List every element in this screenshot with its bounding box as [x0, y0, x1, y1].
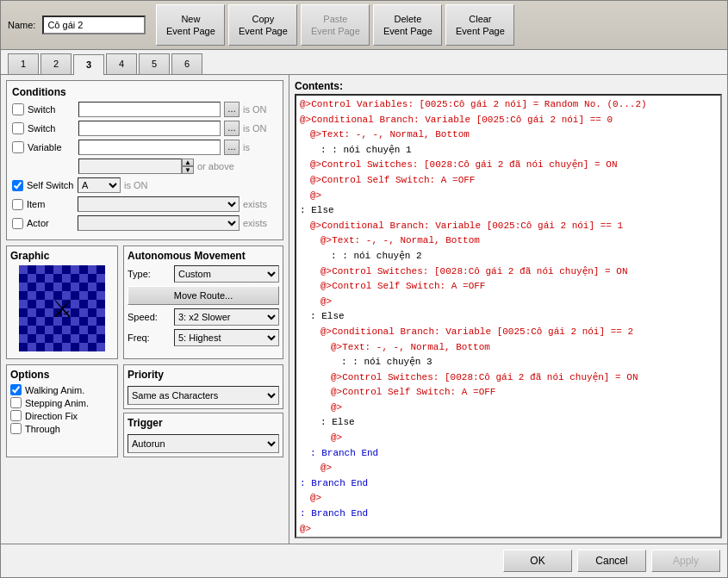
move-route-button[interactable]: Move Route...: [128, 286, 279, 305]
tab-2[interactable]: 2: [40, 53, 72, 74]
page-tabs: 1 2 3 4 5 6: [1, 50, 727, 75]
content-text: : Else: [310, 311, 345, 321]
variable-browse-button[interactable]: …: [224, 140, 240, 155]
num-value-input[interactable]: [78, 158, 182, 174]
event-editor-window: Name: NewEvent Page CopyEvent Page Paste…: [0, 0, 728, 578]
ok-button[interactable]: OK: [503, 550, 572, 572]
or-above-label: or above: [197, 161, 234, 171]
switch1-browse-button[interactable]: …: [224, 102, 240, 117]
stepping-anim-checkbox[interactable]: [10, 397, 22, 408]
trigger-box: Trigger Action ButtonPlayer TouchEvent T…: [123, 413, 283, 457]
content-text: : Branch End: [300, 478, 368, 488]
contents-area[interactable]: @>Control Variables: [0025:Cô gái 2 nói]…: [295, 94, 722, 538]
copy-event-page-button[interactable]: CopyEvent Page: [228, 4, 297, 46]
content-text: @>Control Switches: [0028:Cô gái 2 đã nó…: [310, 159, 617, 170]
character-sprite: ⚔: [52, 295, 73, 323]
right-panel: Contents: @>Control Variables: [0025:Cô …: [289, 75, 727, 544]
switch2-checkbox[interactable]: [12, 122, 24, 134]
auto-speed-select[interactable]: 1: x8 Slower2: x4 Slower3: x2 Slower4: N…: [174, 308, 279, 326]
auto-speed-label: Speed:: [128, 312, 171, 322]
num-up-arrow[interactable]: ▲: [182, 158, 194, 166]
self-switch-select[interactable]: ABCD: [78, 177, 121, 193]
num-spinner: ▲ ▼: [182, 158, 194, 174]
toolbar-buttons: NewEvent Page CopyEvent Page PasteEvent …: [156, 4, 514, 46]
delete-event-page-button[interactable]: DeleteEvent Page: [373, 4, 442, 46]
actor-checkbox[interactable]: [12, 218, 23, 229]
tab-6[interactable]: 6: [171, 53, 202, 74]
option-walking-row: Walking Anim.: [10, 384, 114, 395]
actor-suffix: exists: [243, 218, 277, 228]
options-priority-row: Options Walking Anim. Stepping Anim. Dir…: [6, 364, 283, 457]
condition-switch1-row: Switch … is ON: [12, 102, 277, 117]
cancel-button[interactable]: Cancel: [577, 550, 646, 572]
condition-switch2-row: Switch … is ON: [12, 121, 277, 136]
condition-num-row: ▲ ▼ or above: [12, 158, 277, 174]
actor-label: Actor: [27, 218, 74, 228]
main-content: Conditions Switch … is ON Switch … is ON: [1, 75, 727, 544]
auto-freq-row: Freq: 1: Lowest2: Lower3: Normal4: Highe…: [128, 329, 279, 346]
condition-variable-row: Variable … is: [12, 140, 277, 155]
graphic-preview[interactable]: ⚔: [19, 265, 105, 351]
conditions-title: Conditions: [12, 86, 277, 98]
autonomous-box: Autonomous Movement Type: FixedRandomApp…: [123, 245, 283, 359]
tab-5[interactable]: 5: [139, 53, 170, 74]
content-text: @>: [331, 432, 342, 443]
item-checkbox[interactable]: [12, 199, 23, 210]
priority-trigger-box: Priority Below CharactersSame as Charact…: [123, 364, 283, 457]
content-text: : Branch End: [300, 508, 368, 519]
item-suffix: exists: [243, 199, 277, 209]
content-text: @>Conditional Branch: Variable [0025:Cô …: [300, 115, 613, 125]
variable-suffix: is: [243, 142, 277, 152]
switch1-checkbox[interactable]: [12, 103, 24, 115]
content-text: @>: [310, 190, 321, 201]
through-checkbox[interactable]: [10, 423, 22, 434]
clear-event-page-button[interactable]: ClearEvent Page: [445, 4, 514, 46]
self-switch-label: Self Switch: [27, 180, 74, 190]
options-title: Options: [10, 369, 114, 381]
content-text: : : nói chuyện 1: [320, 145, 412, 155]
footer: OK Cancel Apply: [1, 544, 727, 577]
num-down-arrow[interactable]: ▼: [182, 166, 194, 174]
trigger-title: Trigger: [128, 417, 279, 429]
direction-fix-checkbox[interactable]: [10, 410, 22, 421]
content-text: : Else: [320, 417, 355, 427]
auto-freq-select[interactable]: 1: Lowest2: Lower3: Normal4: Higher5: Hi…: [174, 329, 279, 346]
priority-select[interactable]: Below CharactersSame as CharactersAbove …: [128, 386, 279, 405]
variable-checkbox[interactable]: [12, 141, 24, 153]
self-switch-checkbox[interactable]: [12, 180, 23, 191]
tab-4[interactable]: 4: [106, 53, 137, 74]
apply-button[interactable]: Apply: [651, 550, 720, 572]
left-panel: Conditions Switch … is ON Switch … is ON: [1, 75, 289, 544]
content-text: @>Text: -, -, Normal, Bottom: [310, 129, 470, 140]
self-switch-suffix: is ON: [124, 180, 159, 190]
direction-fix-label: Direction Fix: [25, 411, 78, 421]
switch1-suffix: is ON: [243, 104, 277, 115]
switch1-input[interactable]: [78, 102, 221, 117]
auto-type-select[interactable]: FixedRandomApproachCustom: [174, 265, 279, 283]
content-text: : Branch End: [310, 448, 378, 458]
new-event-page-button[interactable]: NewEvent Page: [156, 4, 225, 46]
content-text: : : nói chuyện 3: [341, 357, 432, 367]
actor-select[interactable]: [78, 215, 240, 231]
content-text: : Else: [300, 205, 334, 215]
trigger-select[interactable]: Action ButtonPlayer TouchEvent TouchAuto…: [128, 434, 279, 453]
auto-freq-label: Freq:: [128, 333, 171, 343]
paste-event-page-button[interactable]: PasteEvent Page: [301, 4, 370, 46]
stepping-anim-label: Stepping Anim.: [25, 398, 89, 408]
name-input[interactable]: [42, 16, 146, 34]
condition-selfswitch-row: Self Switch ABCD is ON: [12, 177, 277, 193]
switch2-browse-button[interactable]: …: [224, 121, 240, 136]
walking-anim-checkbox[interactable]: [10, 384, 22, 395]
switch1-label: Switch: [28, 104, 75, 115]
contents-title: Contents:: [295, 80, 722, 92]
item-select[interactable]: [78, 196, 240, 212]
content-text: @>: [320, 463, 332, 473]
item-label: Item: [27, 199, 74, 209]
content-text: @>: [320, 296, 332, 307]
condition-actor-row: Actor exists: [12, 215, 277, 231]
switch2-input[interactable]: [78, 121, 221, 136]
tab-3[interactable]: 3: [73, 54, 104, 75]
walking-anim-label: Walking Anim.: [25, 385, 84, 395]
variable-input[interactable]: [78, 140, 221, 155]
tab-1[interactable]: 1: [8, 53, 39, 74]
